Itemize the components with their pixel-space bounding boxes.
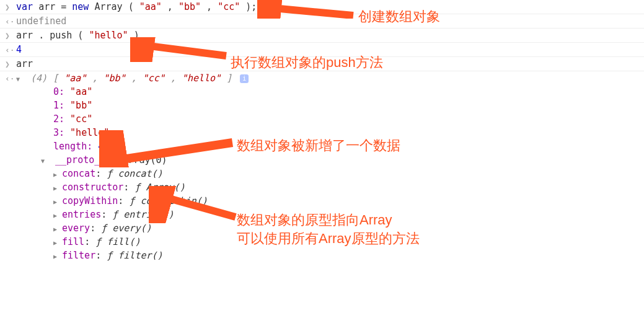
length-key: length: (53, 141, 98, 152)
object-property-row[interactable]: 1: "bb" (0, 99, 644, 112)
colon: : (95, 250, 107, 261)
value-cc: "cc" (70, 113, 92, 125)
string-hello: "hello" (89, 30, 128, 41)
identifier-arr: arr (16, 30, 33, 41)
object-property-row[interactable]: 2: "cc" (0, 112, 644, 126)
comma: , (167, 1, 173, 12)
bracket-open: [ (53, 73, 58, 84)
annotation-4-line2: 可以使用所有Array原型的方法 (237, 229, 420, 248)
string-bb: "bb" (179, 1, 201, 12)
toggle-expand-icon[interactable]: ▼ (41, 157, 48, 164)
toggle-collapsed-icon[interactable]: ▶ (53, 212, 61, 219)
proto-method-row[interactable]: ▶constructor: ƒ Array() (0, 180, 644, 194)
code-line-1: var arr = new Array ( "aa" , "bb" , "cc"… (16, 1, 644, 12)
dot: . (38, 30, 44, 41)
function-keyword: ƒ (129, 195, 140, 206)
class-array: Array (94, 1, 122, 12)
object-preview[interactable]: ▼ (4) [ "aa" , "bb" , "cc" , "hello" ] i (16, 73, 644, 84)
toggle-collapsed-icon[interactable]: ▶ (53, 253, 61, 260)
keyword-var: var (16, 1, 33, 12)
keyword-new: new (72, 1, 89, 12)
proto-row[interactable]: ▼ __proto__ : Array(0) (0, 153, 644, 167)
string-aa: "aa" (139, 1, 162, 12)
prompt-icon: ❯ (5, 60, 16, 69)
prompt-icon: ❯ (5, 2, 16, 12)
toggle-collapsed-icon[interactable]: ▶ (53, 226, 61, 232)
array-length: (4) (30, 73, 47, 84)
prompt-icon: ❯ (5, 31, 16, 40)
function-sig: concat() (118, 168, 162, 179)
annotation-3: 数组对象被新增了一个数据 (237, 136, 400, 155)
value-bb: "bb" (70, 100, 92, 111)
return-icon: ‹· (5, 17, 16, 26)
method-name: copyWithin (62, 195, 118, 206)
toggle-collapsed-icon[interactable]: ▶ (53, 239, 61, 246)
paren-close: ) (134, 30, 139, 41)
index-1: 1: (53, 100, 70, 111)
string-cc: "cc" (218, 1, 240, 12)
function-keyword: ƒ (135, 182, 146, 193)
method-name: constructor (62, 182, 123, 193)
method-name: fill (62, 236, 84, 247)
method-push: push (50, 30, 72, 41)
proto-key: __proto__ (55, 154, 105, 166)
value-hello: "hello" (70, 127, 109, 138)
info-icon[interactable]: i (240, 74, 249, 83)
colon: : (101, 209, 112, 220)
array-preview: (4) [ "aa" , "bb" , "cc" , "hello" ] (30, 73, 237, 84)
colon: : (84, 236, 95, 247)
return-icon: ‹· (5, 45, 16, 55)
paren-open: ( (77, 30, 83, 41)
console-output-row: ‹· undefined (0, 14, 644, 29)
comma: , (206, 1, 212, 12)
index-3: 3: (53, 127, 70, 138)
function-keyword: ƒ (101, 223, 112, 234)
comma: , (131, 73, 143, 84)
function-sig: Array() (146, 182, 185, 193)
object-property-row[interactable]: 0: "aa" (0, 85, 644, 99)
annotation-4-line1: 数组对象的原型指向Array (237, 211, 392, 229)
toggle-collapsed-icon[interactable]: ▶ (53, 171, 61, 178)
colon: : (118, 195, 129, 206)
toggle-expand-icon[interactable]: ▼ (16, 76, 24, 82)
proto-method-row[interactable]: ▶filter: ƒ filter() (0, 249, 644, 262)
value-aa: "aa" (70, 86, 92, 97)
comma: , (92, 73, 103, 84)
preview-v2: "cc" (143, 73, 165, 84)
function-keyword: ƒ (107, 250, 118, 261)
paren-close: ); (245, 1, 257, 12)
annotation-2: 执行数组对象的push方法 (231, 53, 383, 72)
code-line-2: arr . push ( "hello" ) (16, 30, 644, 41)
function-keyword: ƒ (107, 168, 118, 179)
method-name: entries (62, 209, 101, 220)
preview-v3: "hello" (182, 73, 221, 84)
result-undefined: undefined (16, 16, 644, 27)
colon: : (95, 168, 107, 179)
colon: : (123, 182, 135, 193)
preview-v1: "bb" (103, 73, 125, 84)
function-sig: copyWithin() (140, 195, 207, 206)
proto-method-row[interactable]: ▶concat: ƒ concat() (0, 167, 644, 180)
console-object-row[interactable]: ‹· ▼ (4) [ "aa" , "bb" , "cc" , "hello" … (0, 71, 644, 85)
comma: , (170, 73, 182, 84)
proto-method-row[interactable]: ▶copyWithin: ƒ copyWithin() (0, 194, 644, 208)
toggle-collapsed-icon[interactable]: ▶ (53, 198, 61, 205)
preview-v0: "aa" (64, 73, 86, 84)
function-keyword: ƒ (112, 209, 123, 220)
method-name: every (62, 223, 90, 234)
colon: : (90, 223, 101, 234)
console-input-row[interactable]: ❯ var arr = new Array ( "aa" , "bb" , "c… (0, 0, 644, 14)
identifier-arr: arr (38, 1, 55, 12)
index-0: 0: (53, 86, 70, 97)
length-value: 4 (98, 141, 104, 152)
function-sig: fill() (107, 236, 140, 247)
function-keyword: ƒ (95, 236, 107, 247)
index-2: 2: (53, 113, 70, 125)
proto-value: : Array(0) (111, 154, 167, 166)
toggle-collapsed-icon[interactable]: ▶ (53, 185, 61, 192)
method-name: filter (62, 250, 95, 261)
equals: = (61, 1, 72, 12)
console-input-row[interactable]: ❯ arr . push ( "hello" ) (0, 29, 644, 43)
annotation-1: 创建数组对象 (358, 7, 440, 26)
function-sig: filter() (118, 250, 162, 261)
